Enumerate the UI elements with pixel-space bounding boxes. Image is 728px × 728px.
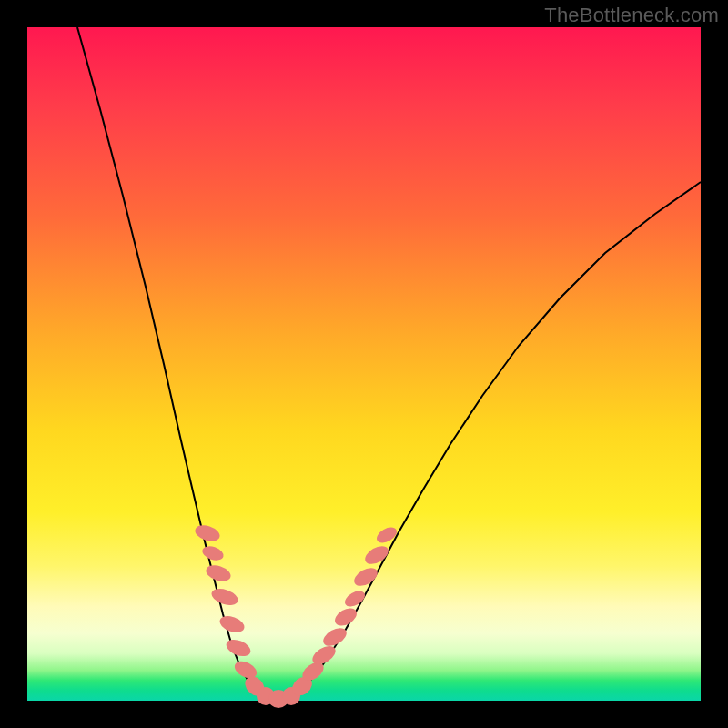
data-marker (351, 564, 380, 590)
data-marker (332, 605, 360, 630)
data-marker (374, 524, 399, 546)
bottleneck-curve (77, 27, 701, 701)
data-marker (217, 613, 247, 636)
curve-layer (27, 27, 701, 701)
data-marker (342, 588, 368, 610)
chart-frame: TheBottleneck.com (0, 0, 728, 728)
watermark-text: TheBottleneck.com (544, 4, 719, 27)
data-marker (224, 636, 253, 659)
data-marker (193, 522, 222, 544)
data-marker (209, 586, 239, 608)
data-marker (204, 562, 233, 584)
data-marker (362, 542, 391, 568)
data-marker (200, 544, 225, 563)
